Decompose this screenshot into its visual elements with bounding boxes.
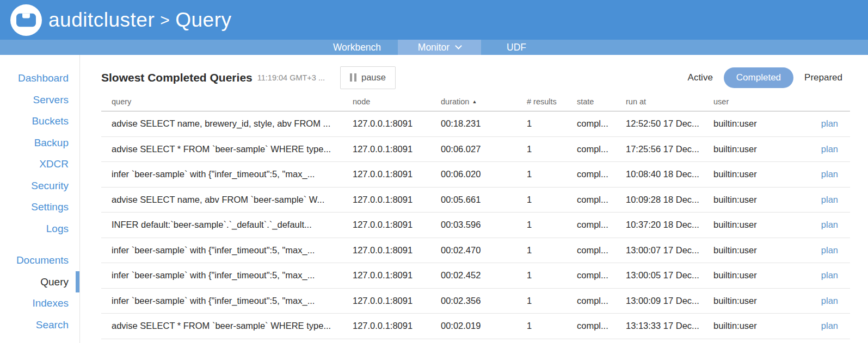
cell-run-at: 12:52:50 17 Dec... — [626, 111, 713, 137]
column-header-run-at[interactable]: run at — [626, 97, 713, 111]
cell-user: builtin:user — [713, 136, 814, 162]
column-header-state[interactable]: state — [577, 97, 626, 111]
cell-duration: 00:03.596 — [441, 213, 527, 238]
cell-query: advise SELECT name, abv FROM `beer-sampl… — [101, 187, 353, 213]
filter-completed[interactable]: Completed — [724, 67, 793, 88]
cell-results: 1 — [527, 213, 577, 238]
plan-link[interactable]: plan — [821, 169, 838, 179]
cell-results: 1 — [527, 288, 577, 314]
chevron-down-icon — [455, 42, 462, 49]
cell-query: advise SELECT * FROM `beer-sample` WHERE… — [101, 314, 353, 339]
cell-duration: 00:06.027 — [441, 136, 527, 162]
tab-udf[interactable]: UDF — [481, 40, 552, 55]
refresh-timestamp: 11:19:04 GMT+3 ... — [257, 73, 325, 82]
main-content: Slowest Completed Queries 11:19:04 GMT+3… — [81, 55, 868, 343]
sidebar-item-servers[interactable]: Servers — [0, 89, 79, 111]
cell-state: compl... — [577, 263, 626, 289]
title-row: Slowest Completed Queries 11:19:04 GMT+3… — [101, 66, 842, 89]
column-header-user[interactable]: user — [713, 97, 814, 111]
cell-user: builtin:user — [713, 288, 814, 314]
cell-user: builtin:user — [713, 187, 814, 213]
cell-state: compl... — [577, 111, 626, 137]
column-header-results[interactable]: # results — [527, 97, 577, 111]
cell-query: infer `beer-sample` with {"infer_timeout… — [101, 162, 353, 188]
plan-link[interactable]: plan — [821, 245, 838, 255]
column-header-query[interactable]: query — [101, 97, 353, 111]
cell-user: builtin:user — [713, 111, 814, 137]
cell-duration: 00:05.661 — [441, 187, 527, 213]
tab-workbench-label: Workbench — [333, 42, 381, 53]
sidebar-item-buckets[interactable]: Buckets — [0, 110, 79, 132]
column-header-node[interactable]: node — [353, 97, 441, 111]
table-row: advise SELECT * FROM `beer-sample` WHERE… — [101, 136, 850, 162]
tab-workbench[interactable]: Workbench — [316, 40, 398, 55]
plan-link[interactable]: plan — [821, 195, 838, 204]
cell-run-at: 10:37:20 18 Dec... — [626, 213, 713, 238]
cell-duration: 00:02.356 — [441, 288, 527, 314]
cell-run-at: 13:13:33 17 Dec... — [626, 314, 713, 339]
table-header-row: query node duration▲ # results state run… — [101, 97, 850, 111]
cell-results: 1 — [527, 238, 577, 263]
cell-node: 127.0.0.1:8091 — [353, 238, 441, 263]
cell-query: INFER default:`beer-sample`.`_default`.`… — [101, 213, 353, 238]
column-header-duration[interactable]: duration▲ — [441, 97, 527, 111]
filter-active[interactable]: Active — [688, 72, 713, 83]
column-header-plan — [814, 97, 850, 111]
cell-state: compl... — [577, 213, 626, 238]
table-row: infer `beer-sample` with {"infer_timeout… — [101, 238, 850, 263]
cluster-name: auditcluster — [48, 9, 155, 31]
cell-run-at: 10:08:40 18 Dec... — [626, 162, 713, 188]
table-row: infer `beer-sample` with {"infer_timeout… — [101, 162, 850, 188]
completed-queries-table: query node duration▲ # results state run… — [101, 97, 850, 339]
table-row: infer `beer-sample` with {"infer_timeout… — [101, 288, 850, 314]
page-title: Slowest Completed Queries — [101, 71, 253, 84]
plan-link[interactable]: plan — [821, 119, 838, 128]
sidebar-item-backup[interactable]: Backup — [0, 132, 79, 154]
couchbase-logo-icon[interactable] — [10, 4, 42, 36]
sidebar-item-dashboard[interactable]: Dashboard — [0, 67, 79, 89]
cell-user: builtin:user — [713, 238, 814, 263]
breadcrumb-separator: > — [160, 11, 170, 29]
sidebar-item-documents[interactable]: Documents — [0, 250, 79, 271]
sidebar-item-xdcr[interactable]: XDCR — [0, 153, 79, 175]
cell-state: compl... — [577, 288, 626, 314]
breadcrumb: auditcluster>Query — [48, 9, 232, 32]
pause-button-label: pause — [361, 72, 386, 83]
plan-link[interactable]: plan — [821, 321, 838, 330]
sidebar-item-search[interactable]: Search — [0, 314, 79, 336]
cell-query: advise SELECT * FROM `beer-sample` WHERE… — [101, 136, 353, 162]
sidebar-item-security[interactable]: Security — [0, 175, 79, 197]
cell-node: 127.0.0.1:8091 — [353, 136, 441, 162]
plan-link[interactable]: plan — [821, 296, 838, 305]
cell-results: 1 — [527, 111, 577, 137]
query-tab-bar: Workbench Monitor UDF — [0, 40, 868, 55]
plan-link[interactable]: plan — [821, 144, 838, 154]
plan-link[interactable]: plan — [821, 270, 838, 280]
plan-link[interactable]: plan — [821, 220, 838, 229]
sidebar-item-settings[interactable]: Settings — [0, 196, 79, 218]
pause-button[interactable]: pause — [340, 66, 396, 89]
cell-query: infer `beer-sample` with {"infer_timeout… — [101, 238, 353, 263]
table-row: advise SELECT * FROM `beer-sample` WHERE… — [101, 314, 850, 339]
sidebar-item-logs[interactable]: Logs — [0, 218, 79, 240]
tab-monitor[interactable]: Monitor — [398, 40, 481, 55]
cell-run-at: 13:00:09 17 Dec... — [626, 288, 713, 314]
cell-results: 1 — [527, 136, 577, 162]
cell-query: infer `beer-sample` with {"infer_timeout… — [101, 263, 353, 289]
cell-node: 127.0.0.1:8091 — [353, 263, 441, 289]
sidebar-item-query[interactable]: Query — [0, 271, 79, 293]
cell-node: 127.0.0.1:8091 — [353, 187, 441, 213]
cell-state: compl... — [577, 136, 626, 162]
filter-prepared[interactable]: Prepared — [804, 72, 842, 83]
cell-duration: 00:02.019 — [441, 314, 527, 339]
cell-query: infer `beer-sample` with {"infer_timeout… — [101, 288, 353, 314]
cell-user: builtin:user — [713, 162, 814, 188]
tab-udf-label: UDF — [507, 42, 526, 53]
cell-state: compl... — [577, 187, 626, 213]
cell-duration: 00:02.470 — [441, 238, 527, 263]
section-name: Query — [175, 9, 231, 31]
cell-run-at: 13:00:05 17 Dec... — [626, 263, 713, 289]
sidebar: Dashboard Servers Buckets Backup XDCR Se… — [0, 55, 80, 343]
cell-results: 1 — [527, 263, 577, 289]
sidebar-item-indexes[interactable]: Indexes — [0, 292, 79, 314]
